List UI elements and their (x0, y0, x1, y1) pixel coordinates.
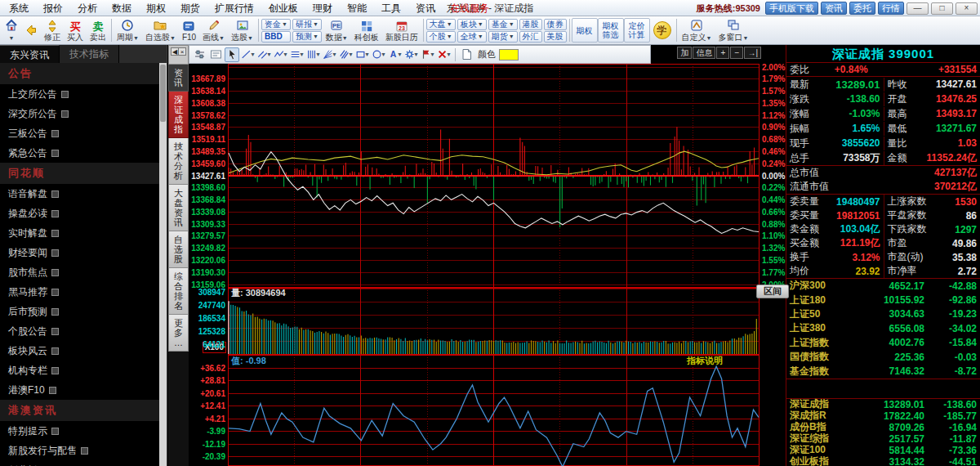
vertical-tab-6[interactable]: 更多… (168, 315, 189, 352)
toolbar-button-market-stock-1[interactable]: 个股▼ (426, 31, 456, 43)
text-tool-icon[interactable]: A▼ (388, 47, 403, 62)
sh-indices-row[interactable]: 上证18010155.92-92.86 (786, 293, 980, 307)
toolbar-button-customize[interactable]: 自定义▼ (679, 17, 715, 43)
titlebar-button-0[interactable]: 手机版下载 (765, 2, 818, 15)
skip-end-button[interactable]: →| (744, 47, 761, 59)
sidebar-item[interactable]: 个股公告 (0, 321, 159, 341)
menu-item-9[interactable]: 智能 (340, 0, 374, 16)
menu-item-4[interactable]: 期权 (139, 0, 173, 16)
hlines-tool-icon[interactable]: ▼ (290, 47, 305, 62)
sidebar-item[interactable]: 创业板 (0, 460, 159, 466)
toolbar-button-period[interactable]: 周期▼ (114, 17, 142, 43)
toolbar-button-bond-us-0[interactable]: 债券 (544, 19, 567, 30)
sidebar-item[interactable]: 股市焦点 (0, 262, 159, 282)
parallel-tool-icon[interactable]: ▼ (257, 47, 272, 62)
vertical-tab-0[interactable]: 资讯 (168, 65, 189, 92)
sidebar-tab-0[interactable]: 东兴资讯 (0, 45, 60, 63)
sz-indices-row[interactable]: 创业板指3134.32-44.51 (786, 456, 980, 466)
menu-item-7[interactable]: 创业板 (261, 0, 305, 16)
toolbar-button-adjust[interactable]: 修正 (41, 17, 64, 43)
toolbar-button-sector-global-1[interactable]: 全球▼ (457, 31, 487, 43)
toolbar-button-draw-line[interactable]: 画线▼ (199, 17, 228, 43)
menu-item-6[interactable]: 扩展行情 (207, 0, 261, 16)
toolbar-button-f10[interactable]: F10 (179, 17, 199, 43)
sidebar-item[interactable]: 语音解盘 (0, 184, 159, 204)
toolbar-button-research-forecast-1[interactable]: 预测▼ (292, 31, 322, 43)
toolbar-button-watchlist[interactable]: 自选股▼ (142, 17, 179, 43)
toolbar-button-home[interactable]: ▼ (2, 17, 21, 43)
sh-indices-row[interactable]: 国债指数225.36-0.03 (786, 350, 980, 364)
zoom-in-button[interactable]: + (716, 47, 729, 59)
line-tool-icon[interactable]: ▼ (241, 47, 256, 62)
menu-item-1[interactable]: 报价 (36, 0, 70, 16)
cursor-tool-icon[interactable] (225, 47, 239, 62)
sidebar-item[interactable]: 深交所公告 (0, 104, 159, 123)
vertical-tab-4[interactable]: 自选股 (168, 231, 189, 268)
delx-tool-icon[interactable]: ▼ (437, 47, 452, 62)
sh-indices-row[interactable]: 上证指数4002.76-15.84 (786, 336, 980, 350)
toolbar-button-hk-forex-1[interactable]: 外汇 (519, 31, 542, 43)
toolbar-button-fund-futures-1[interactable]: 期货▼ (488, 31, 518, 43)
toolbar-button-bond-us-1[interactable]: 美股 (544, 31, 567, 43)
sidebar-item[interactable]: 紧急公告 (0, 143, 159, 163)
intraday-plot[interactable] (228, 64, 760, 288)
vertical-tab-3[interactable]: 大盘资讯 (168, 185, 189, 231)
toolbar-button-research-forecast-0[interactable]: 研报▼ (292, 19, 322, 30)
toolbar-button-pe-data[interactable]: PE数据▼ (323, 17, 351, 43)
menu-item-11[interactable]: 资讯 (408, 0, 443, 16)
volume-plot[interactable] (228, 288, 760, 355)
toolbar-button-options[interactable]: 期权 (572, 18, 598, 43)
close-icon[interactable]: × (178, 47, 186, 56)
toolbar-button-pricing-calculator[interactable]: 定价计算 (624, 18, 650, 43)
menu-item-0[interactable]: 系统 (2, 0, 36, 16)
minimize-button[interactable]: — (906, 2, 929, 15)
sidebar-item[interactable]: 板块风云 (0, 341, 159, 361)
hatch-tool-icon[interactable]: ▼ (339, 47, 354, 62)
toolbar-button-ipo-calendar[interactable]: 23新股日历 (382, 17, 421, 43)
toolbar-button-multi-window[interactable]: 多窗口▼ (715, 17, 752, 43)
toolbar-button-star-market[interactable]: 科创板 (351, 17, 382, 43)
toolbar-button-sell[interactable]: 卖卖出 (87, 17, 109, 43)
sh-indices-row[interactable]: 基金指数7146.32-8.72 (786, 364, 980, 378)
sidebar-item[interactable]: 机构专栏 (0, 361, 159, 380)
close-button[interactable]: × (956, 2, 978, 15)
sidebar-scrollbar[interactable] (159, 63, 167, 466)
sidebar-item[interactable]: 后市预测 (0, 302, 159, 321)
vertical-tab-1[interactable]: 深证成指 (168, 92, 189, 138)
titlebar-button-3[interactable]: 行情 (878, 2, 904, 15)
add-button[interactable]: 加 (677, 47, 692, 59)
sh-indices-row[interactable]: 沪深3004652.17-42.88 (786, 279, 980, 293)
toolbar-button-buy[interactable]: 买买入 (64, 17, 87, 43)
toolbar-button-sector-global-0[interactable]: 板块▼ (457, 19, 487, 30)
toolbar-button-funds-bbd-0[interactable]: 资金▼ (261, 19, 291, 30)
toolbar-button-options-screener[interactable]: 期权筛选 (598, 18, 624, 43)
toolbar-button-hk-forex-0[interactable]: 港股 (519, 19, 542, 30)
sidebar-item[interactable]: 特别提示 (0, 421, 159, 441)
vertical-tab-2[interactable]: 技术分析 (168, 138, 189, 185)
slider-tool-icon[interactable] (192, 47, 207, 62)
labelbox-tool-icon[interactable] (208, 47, 223, 62)
rect-tool-icon[interactable]: ▼ (355, 47, 370, 62)
sidebar-item[interactable]: 黑马推荐 (0, 282, 159, 302)
color-swatch[interactable] (499, 49, 519, 60)
toolbar-button-fund-futures-0[interactable]: 基金▼ (488, 19, 518, 30)
restore-button[interactable]: □ (931, 2, 953, 15)
zoom-out-button[interactable]: − (730, 47, 743, 59)
menu-item-3[interactable]: 数据 (105, 0, 139, 16)
sidebar-item[interactable]: 新股发行与配售 (0, 441, 159, 460)
flag-tool-icon[interactable]: ▼ (421, 47, 435, 62)
sidebar-item[interactable]: 上交所公告 (0, 84, 159, 104)
gear-tool-icon[interactable]: ▼ (404, 47, 419, 62)
sidebar-item[interactable]: 三板公告 (0, 123, 159, 143)
toolbar-button-learn[interactable]: 学 (650, 17, 675, 43)
menu-item-10[interactable]: 工具 (374, 0, 408, 16)
toolbar-button-back[interactable] (21, 17, 41, 43)
sidebar-item[interactable]: 操盘必读 (0, 204, 159, 223)
circle-tool-icon[interactable]: ▼ (372, 47, 386, 62)
titlebar-button-1[interactable]: 资讯 (821, 2, 847, 15)
sidebar-item[interactable]: 实时解盘 (0, 223, 159, 243)
menu-item-5[interactable]: 期货 (173, 0, 207, 16)
page-tool-icon[interactable] (459, 47, 474, 62)
sidebar-item[interactable]: 港澳F10 (0, 380, 159, 400)
range-stats-button[interactable]: 区间 (756, 285, 789, 298)
